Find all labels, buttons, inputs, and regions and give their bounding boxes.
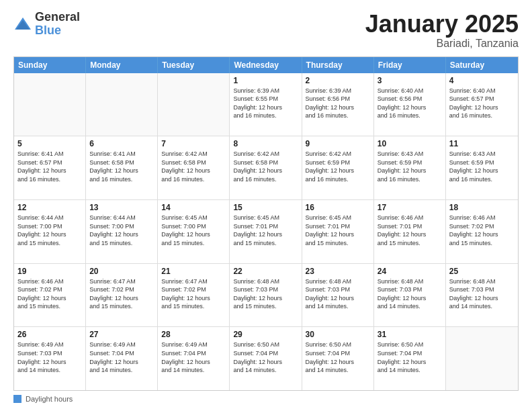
- day-info: Sunrise: 6:49 AM Sunset: 7:03 PM Dayligh…: [17, 340, 82, 374]
- day-number: 15: [233, 203, 298, 212]
- day-number: 23: [306, 267, 370, 276]
- calendar-cell-7: 7Sunrise: 6:42 AM Sunset: 6:58 PM Daylig…: [158, 136, 230, 199]
- calendar-cell-20: 20Sunrise: 6:47 AM Sunset: 7:02 PM Dayli…: [86, 264, 158, 327]
- calendar-body: 1Sunrise: 6:39 AM Sunset: 6:55 PM Daylig…: [14, 73, 518, 390]
- day-number: 14: [161, 203, 226, 212]
- day-number: 30: [306, 330, 370, 339]
- calendar-cell-29: 29Sunrise: 6:50 AM Sunset: 7:04 PM Dayli…: [230, 327, 302, 390]
- day-number: 31: [378, 330, 442, 339]
- header-day-monday: Monday: [86, 57, 158, 73]
- header-day-thursday: Thursday: [302, 57, 374, 73]
- day-info: Sunrise: 6:47 AM Sunset: 7:02 PM Dayligh…: [89, 277, 154, 311]
- logo-icon: [13, 15, 32, 34]
- day-info: Sunrise: 6:50 AM Sunset: 7:04 PM Dayligh…: [306, 340, 370, 374]
- calendar-cell-17: 17Sunrise: 6:46 AM Sunset: 7:01 PM Dayli…: [374, 200, 446, 263]
- calendar-cell-4: 4Sunrise: 6:40 AM Sunset: 6:57 PM Daylig…: [446, 73, 518, 136]
- calendar-cell-6: 6Sunrise: 6:41 AM Sunset: 6:58 PM Daylig…: [86, 136, 158, 199]
- footer: Daylight hours: [13, 395, 519, 403]
- location: Bariadi, Tanzania: [365, 38, 519, 50]
- day-info: Sunrise: 6:49 AM Sunset: 7:04 PM Dayligh…: [89, 340, 154, 374]
- day-number: 6: [89, 139, 154, 148]
- day-info: Sunrise: 6:50 AM Sunset: 7:04 PM Dayligh…: [233, 340, 298, 374]
- calendar: SundayMondayTuesdayWednesdayThursdayFrid…: [13, 56, 519, 391]
- day-info: Sunrise: 6:46 AM Sunset: 7:01 PM Dayligh…: [378, 214, 442, 247]
- day-info: Sunrise: 6:41 AM Sunset: 6:57 PM Dayligh…: [17, 150, 82, 183]
- calendar-cell-16: 16Sunrise: 6:45 AM Sunset: 7:01 PM Dayli…: [302, 200, 374, 263]
- calendar-week-2: 5Sunrise: 6:41 AM Sunset: 6:57 PM Daylig…: [14, 136, 518, 200]
- calendar-cell-28: 28Sunrise: 6:49 AM Sunset: 7:04 PM Dayli…: [158, 327, 230, 390]
- day-info: Sunrise: 6:40 AM Sunset: 6:56 PM Dayligh…: [378, 87, 442, 120]
- day-number: 20: [89, 267, 154, 276]
- day-number: 22: [233, 267, 298, 276]
- day-info: Sunrise: 6:43 AM Sunset: 6:59 PM Dayligh…: [378, 150, 442, 183]
- calendar-cell-empty-0: [14, 73, 86, 136]
- day-info: Sunrise: 6:45 AM Sunset: 7:00 PM Dayligh…: [161, 214, 226, 247]
- day-number: 29: [233, 330, 298, 339]
- calendar-cell-2: 2Sunrise: 6:39 AM Sunset: 6:56 PM Daylig…: [302, 73, 374, 136]
- day-number: 25: [449, 267, 515, 276]
- day-info: Sunrise: 6:46 AM Sunset: 7:02 PM Dayligh…: [17, 277, 82, 311]
- day-number: 3: [378, 76, 442, 85]
- calendar-cell-22: 22Sunrise: 6:48 AM Sunset: 7:03 PM Dayli…: [230, 264, 302, 327]
- logo-text: General Blue: [35, 11, 80, 38]
- day-info: Sunrise: 6:45 AM Sunset: 7:01 PM Dayligh…: [233, 214, 298, 247]
- calendar-cell-23: 23Sunrise: 6:48 AM Sunset: 7:03 PM Dayli…: [302, 264, 374, 327]
- page: General Blue January 2025 Bariadi, Tanza…: [0, 0, 532, 411]
- header-day-friday: Friday: [374, 57, 446, 73]
- calendar-week-4: 19Sunrise: 6:46 AM Sunset: 7:02 PM Dayli…: [14, 264, 518, 328]
- day-number: 26: [17, 330, 82, 339]
- svg-rect-2: [20, 26, 26, 30]
- calendar-cell-14: 14Sunrise: 6:45 AM Sunset: 7:00 PM Dayli…: [158, 200, 230, 263]
- title-block: January 2025 Bariadi, Tanzania: [365, 11, 519, 50]
- day-info: Sunrise: 6:42 AM Sunset: 6:58 PM Dayligh…: [233, 150, 298, 183]
- calendar-cell-13: 13Sunrise: 6:44 AM Sunset: 7:00 PM Dayli…: [86, 200, 158, 263]
- day-number: 2: [306, 76, 370, 85]
- day-number: 10: [378, 139, 442, 148]
- calendar-cell-empty-6: [446, 327, 518, 390]
- header-day-saturday: Saturday: [446, 57, 518, 73]
- logo-blue: Blue: [35, 24, 80, 38]
- day-info: Sunrise: 6:40 AM Sunset: 6:57 PM Dayligh…: [449, 87, 515, 120]
- calendar-cell-5: 5Sunrise: 6:41 AM Sunset: 6:57 PM Daylig…: [14, 136, 86, 199]
- day-number: 7: [161, 139, 226, 148]
- calendar-header: SundayMondayTuesdayWednesdayThursdayFrid…: [14, 57, 518, 73]
- day-number: 16: [306, 203, 370, 212]
- calendar-cell-18: 18Sunrise: 6:46 AM Sunset: 7:02 PM Dayli…: [446, 200, 518, 263]
- daylight-icon: [13, 395, 21, 403]
- day-info: Sunrise: 6:48 AM Sunset: 7:03 PM Dayligh…: [233, 277, 298, 311]
- calendar-week-3: 12Sunrise: 6:44 AM Sunset: 7:00 PM Dayli…: [14, 200, 518, 264]
- day-info: Sunrise: 6:39 AM Sunset: 6:55 PM Dayligh…: [233, 87, 298, 120]
- day-number: 13: [89, 203, 154, 212]
- day-number: 4: [449, 76, 515, 85]
- day-number: 1: [233, 76, 298, 85]
- calendar-cell-10: 10Sunrise: 6:43 AM Sunset: 6:59 PM Dayli…: [374, 136, 446, 199]
- calendar-cell-25: 25Sunrise: 6:48 AM Sunset: 7:03 PM Dayli…: [446, 264, 518, 327]
- day-info: Sunrise: 6:42 AM Sunset: 6:59 PM Dayligh…: [306, 150, 370, 183]
- calendar-cell-19: 19Sunrise: 6:46 AM Sunset: 7:02 PM Dayli…: [14, 264, 86, 327]
- day-number: 5: [17, 139, 82, 148]
- calendar-cell-21: 21Sunrise: 6:47 AM Sunset: 7:02 PM Dayli…: [158, 264, 230, 327]
- calendar-cell-30: 30Sunrise: 6:50 AM Sunset: 7:04 PM Dayli…: [302, 327, 374, 390]
- header-day-tuesday: Tuesday: [158, 57, 230, 73]
- calendar-week-1: 1Sunrise: 6:39 AM Sunset: 6:55 PM Daylig…: [14, 73, 518, 137]
- calendar-cell-empty-2: [158, 73, 230, 136]
- calendar-cell-12: 12Sunrise: 6:44 AM Sunset: 7:00 PM Dayli…: [14, 200, 86, 263]
- day-info: Sunrise: 6:42 AM Sunset: 6:58 PM Dayligh…: [161, 150, 226, 183]
- calendar-week-5: 26Sunrise: 6:49 AM Sunset: 7:03 PM Dayli…: [14, 327, 518, 390]
- day-info: Sunrise: 6:47 AM Sunset: 7:02 PM Dayligh…: [161, 277, 226, 311]
- calendar-cell-1: 1Sunrise: 6:39 AM Sunset: 6:55 PM Daylig…: [230, 73, 302, 136]
- calendar-cell-24: 24Sunrise: 6:48 AM Sunset: 7:03 PM Dayli…: [374, 264, 446, 327]
- day-info: Sunrise: 6:49 AM Sunset: 7:04 PM Dayligh…: [161, 340, 226, 374]
- calendar-cell-15: 15Sunrise: 6:45 AM Sunset: 7:01 PM Dayli…: [230, 200, 302, 263]
- calendar-cell-11: 11Sunrise: 6:43 AM Sunset: 6:59 PM Dayli…: [446, 136, 518, 199]
- header-day-sunday: Sunday: [14, 57, 86, 73]
- calendar-cell-27: 27Sunrise: 6:49 AM Sunset: 7:04 PM Dayli…: [86, 327, 158, 390]
- day-info: Sunrise: 6:43 AM Sunset: 6:59 PM Dayligh…: [449, 150, 515, 183]
- day-info: Sunrise: 6:41 AM Sunset: 6:58 PM Dayligh…: [89, 150, 154, 183]
- day-number: 28: [161, 330, 226, 339]
- month-title: January 2025: [365, 11, 519, 38]
- day-info: Sunrise: 6:50 AM Sunset: 7:04 PM Dayligh…: [378, 340, 442, 374]
- day-number: 8: [233, 139, 298, 148]
- logo: General Blue: [13, 11, 80, 38]
- day-info: Sunrise: 6:46 AM Sunset: 7:02 PM Dayligh…: [449, 214, 515, 247]
